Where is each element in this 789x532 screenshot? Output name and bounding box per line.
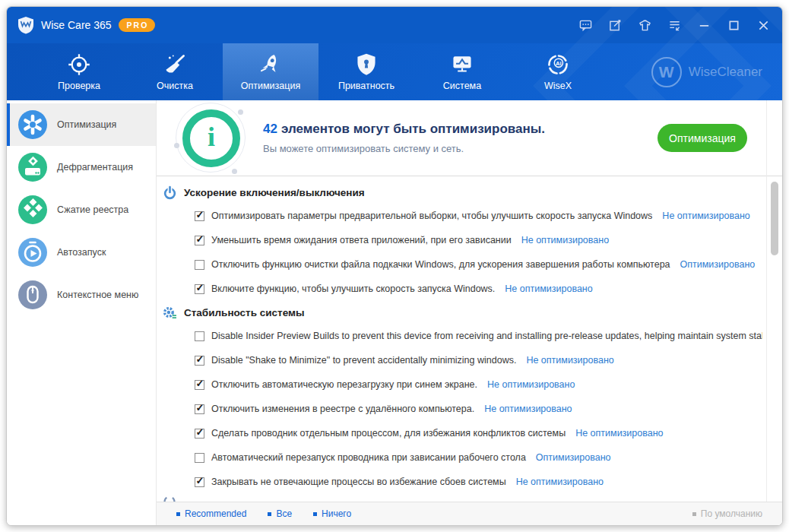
selection-footer: Recommended Все Ничего По умолчанию bbox=[157, 502, 782, 525]
setting-row: Уменьшить время ожидания ответа приложен… bbox=[195, 228, 762, 252]
checkbox[interactable] bbox=[195, 211, 204, 221]
setting-label: Оптимизировать параметры предварительной… bbox=[211, 211, 652, 221]
wisecleaner-logo-icon: W bbox=[651, 57, 682, 87]
feedback-icon[interactable] bbox=[578, 18, 592, 32]
ai-circle-icon: Ai bbox=[546, 52, 570, 77]
checkbox[interactable] bbox=[195, 284, 204, 294]
checkbox[interactable] bbox=[195, 380, 204, 390]
checkbox[interactable] bbox=[195, 260, 204, 270]
tab-label: Очистка bbox=[157, 81, 193, 91]
edit-note-icon[interactable] bbox=[608, 18, 622, 32]
status-link[interactable]: Оптимизировано bbox=[680, 259, 756, 270]
status-link[interactable]: Не оптимизировано bbox=[526, 355, 613, 366]
defrag-drive-icon bbox=[18, 153, 47, 182]
status-link[interactable]: Оптимизировано bbox=[536, 452, 611, 463]
setting-label: Включите функцию, чтобы улучшить скорост… bbox=[211, 283, 495, 294]
status-link[interactable]: Не оптимизировано bbox=[505, 283, 592, 294]
summary-subtitle: Вы можете оптимизировать систему и сеть. bbox=[263, 143, 545, 154]
setting-row: Отключить автоматическую перезагрузку пр… bbox=[195, 372, 762, 397]
tab-cleaner[interactable]: Очистка bbox=[127, 43, 223, 100]
menu-list-icon[interactable] bbox=[667, 18, 681, 32]
select-all-link[interactable]: Все bbox=[268, 508, 292, 519]
bullet-icon bbox=[313, 512, 317, 516]
rocket-icon bbox=[258, 52, 283, 77]
tab-privacy[interactable]: Приватность bbox=[318, 43, 414, 100]
sidebar-item-context-menu[interactable]: Контекстное меню bbox=[7, 274, 156, 316]
status-link[interactable]: Не оптимизировано bbox=[516, 477, 604, 487]
settings-list: Ускорение включения/выключения Оптимизир… bbox=[157, 176, 782, 502]
app-logo-shield-icon bbox=[17, 16, 34, 34]
sidebar-item-label: Автозапуск bbox=[57, 247, 106, 258]
scrollbar[interactable] bbox=[770, 180, 780, 498]
sidebar-item-label: Контекстное меню bbox=[57, 290, 138, 300]
tab-label: Оптимизация bbox=[241, 81, 300, 91]
setting-row: Disable "Shake to Minimize" to prevent a… bbox=[195, 348, 762, 372]
main-panel: i 42элементов могут быть оптимизированы.… bbox=[157, 100, 782, 525]
app-title: Wise Care 365 bbox=[41, 19, 112, 31]
setting-label: Закрывать не отвечающие процессы во избе… bbox=[211, 477, 506, 487]
status-link[interactable]: Не оптимизировано bbox=[575, 428, 663, 439]
tab-checkup[interactable]: Проверка bbox=[31, 43, 127, 100]
power-icon bbox=[163, 185, 177, 200]
bullet-icon bbox=[268, 512, 271, 516]
sidebar-item-label: Сжатие реестра bbox=[57, 204, 128, 215]
scrollbar-thumb[interactable] bbox=[771, 182, 778, 255]
tab-tuneup[interactable]: Оптимизация bbox=[223, 43, 318, 100]
monitor-icon bbox=[450, 52, 474, 77]
sidebar-item-optimization[interactable]: Оптимизация bbox=[7, 103, 156, 146]
summary-header: i 42элементов могут быть оптимизированы.… bbox=[157, 100, 782, 176]
shield-keyhole-icon bbox=[354, 52, 379, 77]
status-link[interactable]: Не оптимизировано bbox=[521, 235, 609, 245]
compress-diamonds-icon bbox=[18, 195, 47, 224]
checkbox[interactable] bbox=[195, 477, 204, 487]
sidebar-item-label: Дефрагментация bbox=[57, 162, 133, 173]
bullet-icon bbox=[692, 512, 696, 516]
close-button[interactable] bbox=[756, 18, 770, 32]
sidebar-item-defrag[interactable]: Дефрагментация bbox=[7, 146, 156, 188]
sidebar-item-label: Оптимизация bbox=[57, 119, 116, 130]
bullet-icon bbox=[176, 512, 180, 516]
setting-label: Disable Insider Preview Builds to preven… bbox=[211, 331, 762, 341]
status-link[interactable]: Не оптимизировано bbox=[487, 379, 575, 390]
setting-row: Disable Insider Preview Builds to preven… bbox=[195, 324, 762, 348]
tab-system[interactable]: Система bbox=[414, 43, 510, 100]
setting-label: Отключить функцию очистки файла подкачки… bbox=[211, 259, 670, 270]
wisecleaner-watermark: W WiseCleaner bbox=[651, 43, 762, 100]
tab-label: Система bbox=[443, 81, 481, 91]
setting-row: Сделать проводник отдельным процессом, д… bbox=[195, 421, 762, 445]
select-none-link[interactable]: Ничего bbox=[313, 508, 351, 519]
tab-wisex[interactable]: Ai WiseX bbox=[510, 43, 606, 100]
restore-default-link[interactable]: По умолчанию bbox=[692, 508, 762, 519]
checkbox[interactable] bbox=[195, 429, 204, 439]
target-icon bbox=[67, 52, 91, 77]
broom-icon bbox=[163, 52, 187, 77]
checkbox[interactable] bbox=[195, 356, 204, 366]
section-header-stability: Стабильность системы bbox=[161, 301, 762, 324]
select-recommended-link[interactable]: Recommended bbox=[176, 508, 246, 519]
checkbox[interactable] bbox=[195, 404, 204, 414]
tab-label: Проверка bbox=[58, 81, 100, 91]
sidebar-item-startup[interactable]: Автозапуск bbox=[7, 231, 156, 274]
section-title: Стабильность системы bbox=[184, 307, 305, 318]
minimize-button[interactable] bbox=[697, 18, 711, 32]
scroll-gutter-divider bbox=[766, 100, 767, 502]
setting-row: Отключить изменения в реестре с удалённо… bbox=[195, 397, 762, 421]
gear-asterisk-icon bbox=[18, 110, 47, 139]
tab-label: WiseX bbox=[544, 81, 572, 91]
next-section-partial-icon bbox=[161, 494, 762, 502]
setting-label: Отключить автоматическую перезагрузку пр… bbox=[211, 379, 477, 390]
maximize-button[interactable] bbox=[727, 18, 740, 32]
theme-tshirt-icon[interactable] bbox=[638, 18, 651, 32]
checkbox[interactable] bbox=[195, 236, 204, 245]
optimize-button[interactable]: Оптимизация bbox=[658, 124, 747, 152]
mouse-icon bbox=[18, 280, 47, 309]
setting-label: Отключить изменения в реестре с удалённо… bbox=[211, 404, 474, 414]
titlebar: Wise Care 365 PRO bbox=[7, 7, 782, 43]
checkbox[interactable] bbox=[195, 453, 204, 463]
status-link[interactable]: Не оптимизировано bbox=[484, 404, 572, 414]
summary-headline: 42элементов могут быть оптимизированы. bbox=[263, 122, 545, 137]
status-link[interactable]: Не оптимизировано bbox=[662, 211, 749, 221]
checkbox[interactable] bbox=[195, 331, 204, 341]
sidebar-item-registry-defrag[interactable]: Сжатие реестра bbox=[7, 188, 156, 231]
info-circle-icon: i bbox=[175, 102, 248, 175]
